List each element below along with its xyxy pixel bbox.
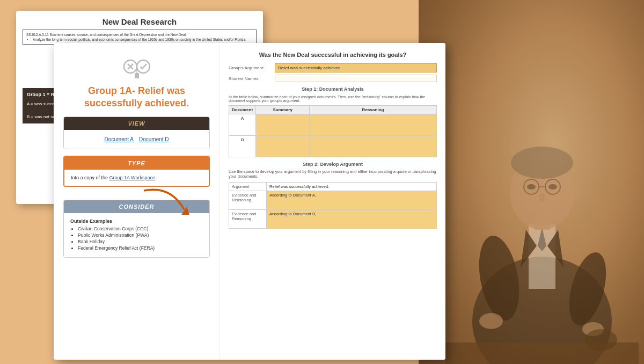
front-slide-left: Group 1A- Relief was successfully achiev… [54,43,220,360]
step1-instruction: In the table below, summarize each of yo… [229,95,437,103]
svg-point-8 [539,193,545,202]
argument-row-main: Argument Relief was successfully achieve… [229,183,437,191]
view-header: VIEW [64,117,209,130]
right-question: Was the New Deal successful in achieving… [229,52,437,58]
workspace-link[interactable]: Group 1A Workspace [109,175,155,180]
evidence-label-a: Evidence and Reasoning [229,191,267,210]
reasoning-cell-d[interactable] [310,136,437,157]
summary-cell-d[interactable] [256,136,310,157]
reasoning-cell-a[interactable] [310,114,437,136]
type-text: Into a copy of the Group 1A Workspace. [71,175,202,180]
argument-label-main: Argument [229,183,267,191]
reasoning-col-header: Reasoning [310,106,437,114]
view-section: VIEW Document A Document D [63,117,210,149]
outside-examples-label: Outside Examples [70,219,203,224]
view-content: Document A Document D [64,130,209,149]
svg-point-6 [527,184,536,190]
consider-item-3: Federal Emergency Relief Act (FERA) [78,245,203,251]
back-slide-title: New Deal Research [23,17,257,26]
consider-item-0: Civilian Conservation Corps (CCC) [78,226,203,231]
document-d-link[interactable]: Document D [139,136,169,142]
doc-cell-a: A [229,114,256,136]
summary-col-header: Summary [256,106,310,114]
svg-point-9 [569,184,580,200]
student-names-label: Student Names: [229,76,272,81]
type-section: TYPE Into a copy of the Group 1A Workspa… [63,156,210,187]
document-analysis-table: Document Summary Reasoning A D [229,105,437,157]
student-names-row: Student Names: [229,75,437,82]
table-row: A [229,114,437,136]
step2-header: Step 2: Develop Argument [229,162,437,167]
type-text-before: Into a copy of the [71,175,109,180]
front-icon-area [63,54,210,82]
consider-content: Outside Examples Civilian Conservation C… [64,213,209,257]
evidence-row-a: Evidence and Reasoning According to Docu… [229,191,437,210]
arrow-decoration [138,185,192,217]
consider-item-1: Public Works Administration (PWA) [78,232,203,238]
groups-argument-row: Group's Argument: Relief was successfull… [229,63,437,72]
table-row: D [229,136,437,157]
outside-examples-list: Civilian Conservation Corps (CCC) Public… [78,226,203,251]
group-title: Group 1A- Relief was successfully achiev… [63,85,210,110]
consider-item-2: Bank Holiday [78,239,203,244]
svg-point-7 [548,184,557,190]
type-content: Into a copy of the Group 1A Workspace. [64,170,209,186]
front-slide-right: Was the New Deal successful in achieving… [220,43,445,360]
type-text-after: . [155,175,157,180]
front-slide: Group 1A- Relief was successfully achiev… [54,43,445,360]
groups-argument-value: Relief was successfully achieved. [275,63,437,72]
type-header: TYPE [64,157,209,170]
student-names-value[interactable] [275,75,437,82]
argument-value-main: Relief was successfully achieved. [267,183,437,191]
svg-point-20 [585,329,617,351]
svg-point-5 [511,147,573,179]
argument-table: Argument Relief was successfully achieve… [229,182,437,229]
fdr-portrait [445,42,639,364]
evidence-value-a[interactable]: According to Document A, [267,191,437,210]
evidence-row-d: Evidence and Reasoning According to Docu… [229,210,437,229]
standards-box: SS.912.A.3.11 Examine causes, course, an… [23,30,257,45]
step1-header: Step 1: Document Analysis [229,86,437,92]
svg-point-17 [479,313,503,329]
summary-cell-a[interactable] [256,114,310,136]
doc-col-header: Document [229,106,256,114]
doc-cell-d: D [229,136,256,157]
document-a-link[interactable]: Document A [104,136,133,142]
group-title-prefix: Group 1A [88,85,132,96]
groups-argument-label: Group's Argument: [229,65,272,70]
step2-instruction: Use the space to develop your argument b… [229,169,437,179]
background-photo [419,0,644,364]
evidence-label-d: Evidence and Reasoning [229,210,267,229]
svg-rect-31 [135,73,139,78]
evidence-value-d[interactable]: According to Document D, [267,210,437,229]
